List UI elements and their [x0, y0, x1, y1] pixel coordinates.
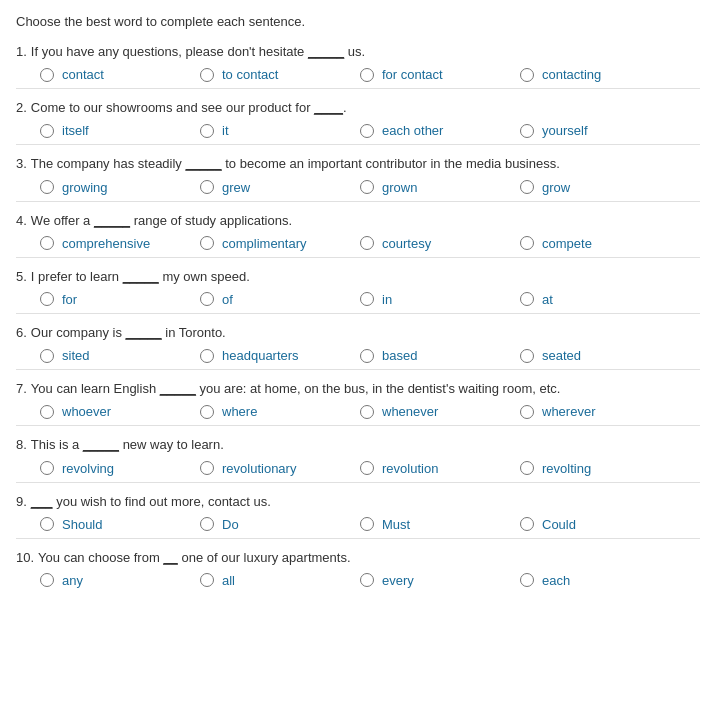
question-number-8: 8. — [16, 437, 27, 452]
radio-10-1[interactable] — [40, 573, 54, 587]
radio-1-1[interactable] — [40, 68, 54, 82]
option-label-2-1: itself — [62, 123, 89, 138]
option-1-2[interactable]: to contact — [200, 67, 360, 82]
question-block-8: 8.This is a _____ new way to learn.revol… — [16, 436, 700, 482]
radio-2-1[interactable] — [40, 124, 54, 138]
option-6-3[interactable]: based — [360, 348, 520, 363]
option-6-2[interactable]: headquarters — [200, 348, 360, 363]
radio-2-2[interactable] — [200, 124, 214, 138]
radio-1-3[interactable] — [360, 68, 374, 82]
option-7-2[interactable]: where — [200, 404, 360, 419]
radio-8-1[interactable] — [40, 461, 54, 475]
option-4-1[interactable]: comprehensive — [40, 236, 200, 251]
option-9-4[interactable]: Could — [520, 517, 680, 532]
radio-3-1[interactable] — [40, 180, 54, 194]
separator-5 — [16, 313, 700, 314]
option-2-3[interactable]: each other — [360, 123, 520, 138]
option-2-4[interactable]: yourself — [520, 123, 680, 138]
separator-7 — [16, 425, 700, 426]
radio-2-4[interactable] — [520, 124, 534, 138]
radio-3-4[interactable] — [520, 180, 534, 194]
blank-10: __ — [163, 550, 177, 565]
radio-5-2[interactable] — [200, 292, 214, 306]
radio-4-3[interactable] — [360, 236, 374, 250]
options-row-4: comprehensivecomplimentarycourtesycompet… — [16, 236, 700, 251]
radio-10-2[interactable] — [200, 573, 214, 587]
option-label-3-4: grow — [542, 180, 570, 195]
option-8-4[interactable]: revolting — [520, 461, 680, 476]
radio-5-3[interactable] — [360, 292, 374, 306]
option-2-1[interactable]: itself — [40, 123, 200, 138]
option-8-3[interactable]: revolution — [360, 461, 520, 476]
option-5-2[interactable]: of — [200, 292, 360, 307]
radio-7-1[interactable] — [40, 405, 54, 419]
question-number-9: 9. — [16, 494, 27, 509]
radio-10-4[interactable] — [520, 573, 534, 587]
option-label-8-3: revolution — [382, 461, 438, 476]
option-1-3[interactable]: for contact — [360, 67, 520, 82]
option-7-4[interactable]: wherever — [520, 404, 680, 419]
option-5-3[interactable]: in — [360, 292, 520, 307]
option-4-4[interactable]: compete — [520, 236, 680, 251]
radio-5-1[interactable] — [40, 292, 54, 306]
option-label-6-1: sited — [62, 348, 89, 363]
options-row-2: itselfiteach otheryourself — [16, 123, 700, 138]
radio-4-1[interactable] — [40, 236, 54, 250]
blank-2: ____ — [314, 100, 343, 115]
radio-9-1[interactable] — [40, 517, 54, 531]
option-1-4[interactable]: contacting — [520, 67, 680, 82]
radio-8-2[interactable] — [200, 461, 214, 475]
question-text-6: 6.Our company is _____ in Toronto. — [16, 324, 700, 342]
option-10-1[interactable]: any — [40, 573, 200, 588]
option-label-8-2: revolutionary — [222, 461, 296, 476]
radio-6-4[interactable] — [520, 349, 534, 363]
option-3-1[interactable]: growing — [40, 180, 200, 195]
separator-1 — [16, 88, 700, 89]
radio-7-4[interactable] — [520, 405, 534, 419]
option-4-3[interactable]: courtesy — [360, 236, 520, 251]
option-label-2-4: yourself — [542, 123, 588, 138]
option-2-2[interactable]: it — [200, 123, 360, 138]
radio-6-1[interactable] — [40, 349, 54, 363]
option-7-1[interactable]: whoever — [40, 404, 200, 419]
option-5-1[interactable]: for — [40, 292, 200, 307]
options-row-3: growinggrewgrowngrow — [16, 180, 700, 195]
radio-6-2[interactable] — [200, 349, 214, 363]
radio-8-4[interactable] — [520, 461, 534, 475]
question-number-4: 4. — [16, 213, 27, 228]
blank-9: ___ — [31, 494, 53, 509]
option-1-1[interactable]: contact — [40, 67, 200, 82]
radio-9-3[interactable] — [360, 517, 374, 531]
radio-2-3[interactable] — [360, 124, 374, 138]
option-6-4[interactable]: seated — [520, 348, 680, 363]
option-6-1[interactable]: sited — [40, 348, 200, 363]
radio-7-2[interactable] — [200, 405, 214, 419]
radio-8-3[interactable] — [360, 461, 374, 475]
radio-9-2[interactable] — [200, 517, 214, 531]
option-10-4[interactable]: each — [520, 573, 680, 588]
radio-3-3[interactable] — [360, 180, 374, 194]
option-9-3[interactable]: Must — [360, 517, 520, 532]
option-3-4[interactable]: grow — [520, 180, 680, 195]
option-9-1[interactable]: Should — [40, 517, 200, 532]
option-10-3[interactable]: every — [360, 573, 520, 588]
radio-7-3[interactable] — [360, 405, 374, 419]
option-7-3[interactable]: whenever — [360, 404, 520, 419]
option-3-2[interactable]: grew — [200, 180, 360, 195]
radio-9-4[interactable] — [520, 517, 534, 531]
radio-3-2[interactable] — [200, 180, 214, 194]
option-3-3[interactable]: grown — [360, 180, 520, 195]
radio-1-4[interactable] — [520, 68, 534, 82]
option-9-2[interactable]: Do — [200, 517, 360, 532]
radio-10-3[interactable] — [360, 573, 374, 587]
option-4-2[interactable]: complimentary — [200, 236, 360, 251]
option-8-1[interactable]: revolving — [40, 461, 200, 476]
radio-5-4[interactable] — [520, 292, 534, 306]
option-5-4[interactable]: at — [520, 292, 680, 307]
radio-6-3[interactable] — [360, 349, 374, 363]
radio-4-2[interactable] — [200, 236, 214, 250]
option-8-2[interactable]: revolutionary — [200, 461, 360, 476]
radio-1-2[interactable] — [200, 68, 214, 82]
option-10-2[interactable]: all — [200, 573, 360, 588]
radio-4-4[interactable] — [520, 236, 534, 250]
